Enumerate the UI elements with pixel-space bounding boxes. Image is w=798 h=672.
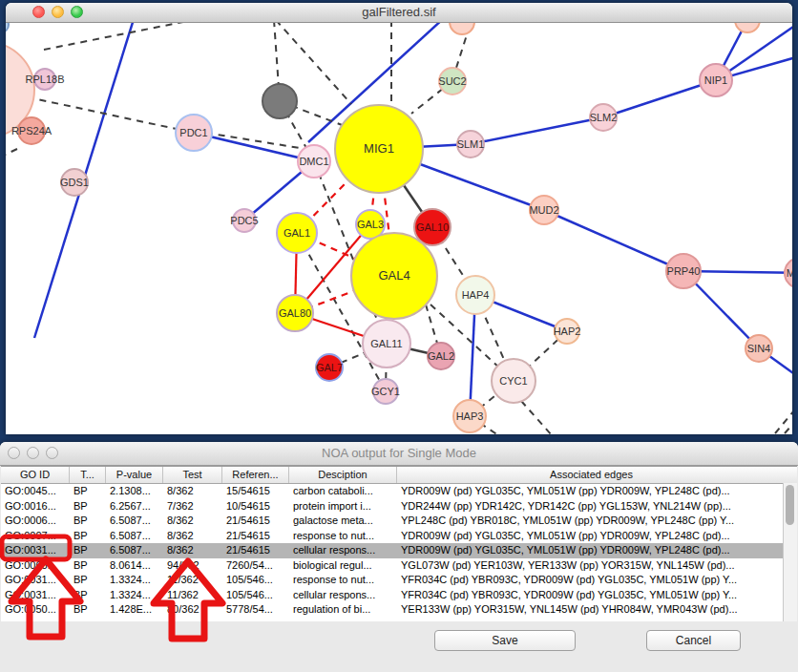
table-row[interactable]: GO:0031...BP1.3324...11/362105/546...cel… [1,588,797,603]
edge[interactable] [6,149,17,157]
table-cell: BP [70,602,106,618]
node-label-DMC1: DMC1 [299,156,328,167]
column-header-associated-edges[interactable]: Associated edges [397,467,786,483]
table-cell: GO:0006... [1,514,70,529]
table-row[interactable]: GO:0007...BP6.5087...8/36221/54615respon… [1,529,797,544]
table-cell: 11/362 [163,573,222,588]
table-cell: galactose meta... [289,514,397,529]
table-cell: YDR009W (pd) YGL035C, YML051W (pp) YDR00… [397,484,786,499]
table-cell: BP [70,543,106,558]
node-label-GAL11: GAL11 [370,338,402,349]
table-cell: YFR034C (pd) YBR093C, YDR009W (pd) YGL03… [397,573,786,588]
table-header-row: GO IDT...P-valueTestReferen...Desciption… [1,467,797,484]
column-header-desciption[interactable]: Desciption [289,467,397,483]
table-cell: GO:0050... [1,602,70,618]
network-graph: RPL18BRPS24AGDS1PDC1PDC5MIG1SUC2SLM1DMC1… [6,23,792,434]
table-cell: regulation of bi... [289,602,397,618]
edge[interactable] [603,80,716,117]
table-row[interactable]: GO:0006...BP6.5087...8/36221/54615galact… [1,514,797,529]
table-cell: YGL073W (pd) YER103W, YER133W (pp) YOR31… [397,558,786,574]
table-cell: BP [70,558,106,574]
table-cell: 5778/54... [222,602,289,618]
node-label-HAP3: HAP3 [456,410,484,422]
table-row[interactable]: GO:0031...BP1.3324...11/362105/546...res… [1,573,797,588]
table-cell: 21/54615 [222,543,289,558]
network-canvas[interactable]: RPL18BRPS24AGDS1PDC1PDC5MIG1SUC2SLM1DMC1… [6,23,792,434]
table-cell: GO:0016... [1,499,70,514]
table-cell: 8.0614... [106,558,163,574]
edge[interactable] [785,416,792,433]
table-cell: BP [70,588,106,603]
node-top-peach[interactable] [450,23,474,34]
table-cell: YER133W (pp) YOR315W, YNL145W (pd) YHR08… [397,602,786,618]
table-row[interactable]: GO:0031...BP6.5087...8/36221/54615cellul… [1,543,797,558]
node-label-RPS24A: RPS24A [11,125,52,136]
table-cell: 1.428E... [106,602,163,618]
save-button[interactable]: Save [434,630,576,651]
node-label-SLM1: SLM1 [457,138,485,150]
node-label-GAL80: GAL80 [279,307,311,319]
results-table: GO IDT...P-valueTestReferen...Desciption… [1,466,797,623]
edge[interactable] [521,401,552,434]
table-cell: YDR244W (pp) YDR142C, YDR142C (pp) YGL15… [397,499,786,514]
edge[interactable] [775,410,792,433]
scrollbar-thumb[interactable] [786,485,794,525]
table-cell: BP [70,499,106,514]
edge[interactable] [44,23,193,50]
table-row[interactable]: GO:0065...BP8.0614...94/3627260/54...bio… [1,558,797,574]
table-row[interactable]: GO:0045...BP2.1308...8/36215/54615carbon… [1,484,797,499]
table-cell: BP [70,573,106,588]
node-label-RPL18B: RPL18B [26,74,65,85]
node-label-SUC2: SUC2 [438,75,466,87]
table-cell: GO:0065... [1,558,70,574]
node-label-MUD2: MUD2 [529,204,558,216]
table-cell: 8/362 [163,484,222,499]
table-cell: 2.1308... [106,484,163,499]
table-cell: YDR009W (pd) YGL035C, YML051W (pp) YDR00… [397,543,786,558]
table-cell: YFR034C (pd) YBR093C, YDR009W (pd) YGL03… [397,588,786,603]
table-cell: protein import i... [289,499,397,514]
table-cell: cellular respons... [289,588,397,603]
table-cell: 8/362 [163,514,222,529]
column-header-p-value[interactable]: P-value [106,467,163,483]
edge[interactable] [544,210,683,271]
noa-window-titlebar[interactable]: NOA output for Single Mode [0,442,798,466]
column-header-test[interactable]: Test [163,467,222,483]
table-cell: 6.2567... [106,499,163,514]
column-header-t-[interactable]: T... [70,467,106,483]
node-label-HAP2: HAP2 [554,326,581,337]
table-scrollbar[interactable] [783,483,797,622]
node-label-GDS1: GDS1 [60,177,89,188]
table-cell: 105/546... [222,588,289,603]
table-cell: response to nut... [289,573,397,588]
node-gray-node[interactable] [262,84,297,118]
node-label-PRP40: PRP40 [667,265,701,277]
node-label-MSL5: MSL5 [787,267,792,279]
table-cell: 21/54615 [222,514,289,529]
noa-output-window: NOA output for Single Mode GO IDT...P-va… [0,442,798,672]
node-label-SIN4: SIN4 [747,343,770,354]
graph-window-title: galFiltered.sif [6,3,792,22]
table-row[interactable]: GO:0016...BP6.2567...7/36210/54615protei… [1,499,797,514]
column-header-go-id[interactable]: GO ID [1,467,70,483]
cancel-button[interactable]: Cancel [646,630,741,651]
table-cell: GO:0007... [1,529,70,544]
node-topright-peach[interactable] [735,23,760,32]
table-cell: BP [70,484,106,499]
table-cell: YPL248C (pd) YBR018C, YML051W (pp) YDR00… [397,514,786,529]
graph-window-titlebar[interactable]: galFiltered.sif [6,3,792,23]
table-cell: YDR009W (pd) YGL035C, YML051W (pp) YDR00… [397,529,786,544]
node-label-GAL3: GAL3 [357,219,384,230]
table-cell: 21/54615 [222,529,289,544]
node-label-PDC5: PDC5 [230,215,258,226]
node-label-MIG1: MIG1 [364,141,394,156]
column-header-referen-[interactable]: Referen... [222,467,289,483]
table-cell: 6.5087... [106,529,163,544]
node-label-HAP4: HAP4 [462,289,490,301]
edge[interactable] [471,117,603,144]
table-cell: 105/546... [222,573,289,588]
node-corner-blue[interactable] [6,23,9,32]
node-label-GCY1: GCY1 [371,386,400,397]
table-row[interactable]: GO:0050...BP1.428E...80/3625778/54...reg… [1,602,797,618]
table-cell: 7260/54... [222,558,289,574]
